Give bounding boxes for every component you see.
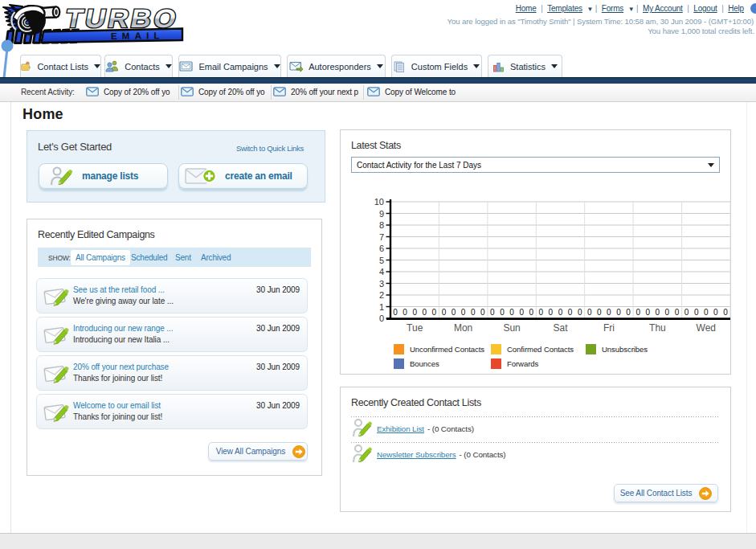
svg-text:Sun: Sun (503, 322, 520, 334)
svg-text:0: 0 (423, 308, 427, 317)
svg-text:5: 5 (379, 256, 384, 265)
svg-text:0: 0 (635, 308, 640, 317)
svg-text:0: 0 (626, 308, 631, 317)
svg-text:0: 0 (616, 308, 621, 317)
svg-text:8: 8 (379, 220, 384, 230)
svg-text:0: 0 (393, 308, 398, 317)
svg-text:0: 0 (694, 308, 699, 317)
svg-text:0: 0 (461, 308, 466, 317)
svg-text:0: 0 (519, 308, 524, 317)
svg-text:0: 0 (529, 308, 533, 317)
svg-text:0: 0 (480, 308, 485, 317)
svg-text:0: 0 (578, 308, 582, 317)
svg-text:0: 0 (713, 308, 718, 317)
svg-text:0: 0 (684, 308, 689, 317)
svg-text:TURBO: TURBO (63, 4, 181, 33)
svg-text:0: 0 (549, 308, 554, 317)
svg-text:0: 0 (432, 308, 437, 317)
svg-text:Fri: Fri (603, 322, 615, 334)
svg-text:0: 0 (500, 308, 505, 317)
svg-text:10: 10 (374, 197, 384, 207)
svg-text:0: 0 (442, 308, 447, 317)
svg-text:Mon: Mon (454, 322, 472, 334)
svg-text:0: 0 (403, 308, 407, 317)
svg-text:0: 0 (656, 308, 660, 317)
svg-text:0: 0 (665, 308, 670, 317)
svg-text:0: 0 (539, 308, 544, 317)
svg-text:0: 0 (597, 308, 602, 317)
svg-text:4: 4 (379, 267, 384, 277)
svg-text:0: 0 (412, 308, 417, 317)
svg-text:0: 0 (452, 308, 456, 317)
svg-text:Thu: Thu (649, 322, 666, 334)
svg-text:0: 0 (471, 308, 476, 317)
svg-text:0: 0 (379, 313, 384, 323)
svg-text:6: 6 (379, 244, 384, 253)
svg-text:1: 1 (379, 302, 384, 312)
svg-text:0: 0 (646, 308, 651, 317)
svg-text:0: 0 (607, 308, 611, 317)
svg-text:7: 7 (379, 232, 384, 242)
svg-text:0: 0 (490, 308, 495, 317)
svg-text:0: 0 (587, 308, 592, 317)
svg-text:3: 3 (379, 279, 384, 289)
svg-text:Sat: Sat (553, 322, 568, 334)
svg-text:0: 0 (568, 308, 573, 317)
svg-text:9: 9 (379, 209, 384, 219)
svg-text:0: 0 (675, 308, 680, 317)
svg-text:2: 2 (379, 290, 384, 300)
svg-text:0: 0 (723, 308, 728, 317)
svg-text:Tue: Tue (407, 322, 423, 334)
svg-text:Wed: Wed (697, 322, 716, 334)
svg-text:0: 0 (509, 308, 514, 317)
svg-text:0: 0 (558, 308, 563, 317)
svg-text:0: 0 (704, 308, 709, 317)
